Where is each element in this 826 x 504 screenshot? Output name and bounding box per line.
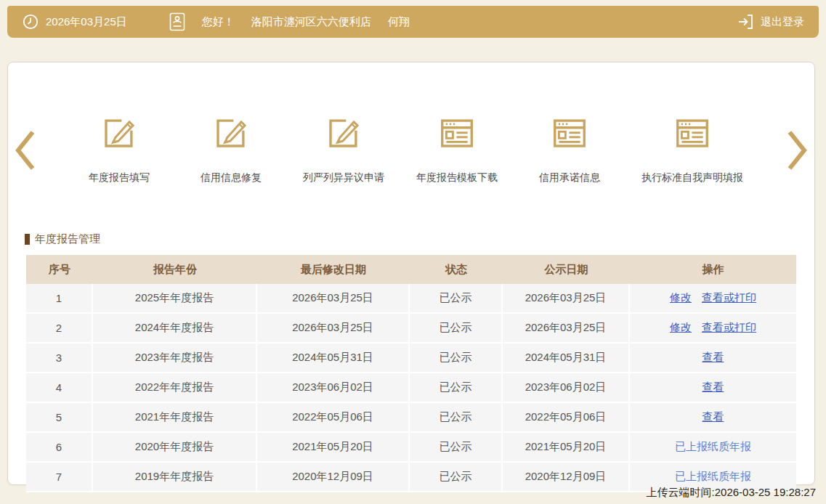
cell-modified: 2024年05月31日 [257, 344, 410, 373]
action-link[interactable]: 修改 [670, 291, 692, 304]
cell-index: 6 [26, 433, 93, 463]
cell-publish: 2021年05月20日 [503, 433, 630, 463]
column-header: 公示日期 [503, 255, 630, 284]
table-row: 3 2023年年度报告 2024年05月31日 已公示 2024年05月31日 … [26, 344, 796, 373]
cell-index: 1 [26, 284, 93, 314]
column-header: 最后修改日期 [257, 255, 410, 284]
greeting-user: 何翔 [388, 15, 410, 29]
column-header: 操作 [630, 255, 796, 284]
chevron-left-icon [12, 128, 37, 173]
cell-status: 已公示 [410, 433, 503, 463]
cell-actions: 修改查看或打印 [630, 284, 796, 314]
cell-year: 2023年年度报告 [93, 344, 257, 373]
logout-button[interactable]: 退出登录 [737, 13, 804, 31]
table-row: 4 2022年年度报告 2023年06月02日 已公示 2023年06月02日 … [26, 373, 796, 403]
cell-publish: 2024年05月31日 [503, 344, 630, 373]
cell-year: 2020年年度报告 [93, 433, 257, 463]
cell-status: 已公示 [410, 344, 503, 373]
menu-item-label: 信用信息修复 [201, 171, 262, 184]
greeting-hello: 您好！ [202, 15, 235, 29]
action-link[interactable]: 查看 [702, 381, 724, 393]
menu-item[interactable]: 信用信息修复 [191, 107, 271, 184]
table-row: 6 2020年年度报告 2021年05月20日 已公示 2021年05月20日 … [26, 433, 796, 463]
table-row: 2 2024年年度报告 2026年03月25日 已公示 2026年03月25日 … [26, 314, 796, 344]
cell-modified: 2023年06月02日 [257, 373, 410, 403]
cell-publish: 2026年03月25日 [503, 284, 630, 314]
cell-status: 已公示 [410, 284, 503, 314]
date-group: 2026年03月25日 [22, 13, 127, 31]
cell-modified: 2022年05月06日 [257, 403, 410, 433]
action-text-link[interactable]: 已上报纸质年报 [675, 470, 751, 482]
column-header: 报告年份 [93, 255, 257, 284]
menu-item-label: 年度报告模板下载 [416, 171, 498, 184]
cell-index: 4 [26, 373, 93, 403]
cell-publish: 2022年05月06日 [503, 403, 630, 433]
cell-actions: 查看 [630, 344, 796, 373]
cell-publish: 2020年12月09日 [503, 463, 630, 492]
cell-publish: 2023年06月02日 [503, 373, 630, 403]
menu-item-label: 列严列异异议申请 [303, 171, 384, 184]
section-title: 年度报告管理 [25, 232, 814, 246]
clock-icon [22, 13, 39, 31]
action-text-link[interactable]: 已上报纸质年报 [675, 440, 751, 452]
cell-year: 2022年年度报告 [93, 373, 257, 403]
cell-year: 2025年年度报告 [93, 284, 257, 314]
column-header: 状态 [410, 255, 503, 284]
section-marker [25, 234, 30, 245]
cell-modified: 2026年03月25日 [257, 314, 410, 344]
browser-icon [673, 113, 712, 153]
cell-status: 已公示 [410, 403, 503, 433]
cell-year: 2019年年度报告 [93, 463, 257, 492]
cell-actions: 查看 [630, 373, 796, 403]
cell-year: 2024年年度报告 [93, 314, 257, 344]
action-link[interactable]: 查看 [702, 351, 724, 363]
table-row: 1 2025年年度报告 2026年03月25日 已公示 2026年03月25日 … [26, 284, 796, 314]
logout-label: 退出登录 [761, 15, 804, 29]
report-table-body: 1 2025年年度报告 2026年03月25日 已公示 2026年03月25日 … [26, 284, 796, 492]
cell-actions: 已上报纸质年报 [630, 433, 796, 463]
menu-item[interactable]: 年度报告模板下载 [416, 107, 498, 184]
cell-modified: 2026年03月25日 [257, 284, 410, 314]
table-row: 5 2021年年度报告 2022年05月06日 已公示 2022年05月06日 … [26, 403, 796, 433]
cell-year: 2021年年度报告 [93, 403, 257, 433]
edit-icon [324, 113, 363, 153]
cell-index: 7 [26, 463, 93, 492]
cell-actions: 修改查看或打印 [630, 314, 796, 344]
cell-index: 2 [26, 314, 93, 344]
prev-arrow-button[interactable] [8, 128, 41, 173]
browser-icon [437, 113, 477, 153]
cell-actions: 查看 [630, 403, 796, 433]
greeting-group: 您好！ 洛阳市瀍河区六六便利店 何翔 [169, 12, 410, 31]
shortcut-carousel: 年度报告填写 信用信息修复 [8, 107, 814, 229]
menu-item-label: 年度报告填写 [89, 171, 150, 184]
chevron-right-icon [785, 128, 810, 173]
browser-icon [550, 113, 589, 153]
header-row: 序号报告年份最后修改日期状态公示日期操作 [26, 255, 796, 284]
action-link[interactable]: 查看 [702, 410, 724, 423]
menu-item[interactable]: 列严列异异议申请 [303, 107, 384, 184]
menu-item-label: 执行标准自我声明填报 [641, 171, 743, 184]
action-link[interactable]: 查看或打印 [702, 321, 756, 333]
cell-modified: 2020年12月09日 [257, 463, 410, 492]
action-link[interactable]: 查看或打印 [702, 291, 756, 304]
cell-status: 已公示 [410, 373, 503, 403]
menu-item-label: 信用承诺信息 [539, 171, 600, 184]
menu-item[interactable]: 年度报告填写 [79, 107, 159, 184]
cell-modified: 2021年05月20日 [257, 433, 410, 463]
next-arrow-button[interactable] [781, 128, 814, 173]
column-header: 序号 [26, 255, 93, 284]
report-table-head: 序号报告年份最后修改日期状态公示日期操作 [26, 255, 796, 284]
menu-items: 年度报告填写 信用信息修复 [41, 107, 781, 184]
cell-status: 已公示 [410, 463, 503, 492]
menu-item[interactable]: 信用承诺信息 [530, 107, 610, 184]
menu-item[interactable]: 执行标准自我声明填报 [641, 107, 743, 184]
cell-index: 5 [26, 403, 93, 433]
top-bar: 2026年03月25日 您好！ 洛阳市瀍河区六六便利店 何翔 退出登录 [7, 6, 819, 38]
cell-index: 3 [26, 344, 93, 373]
edit-icon [100, 113, 139, 153]
upload-time: 上传云端时间:2026-03-25 19:28:27 [647, 486, 816, 500]
id-card-icon [169, 12, 185, 31]
greeting-company: 洛阳市瀍河区六六便利店 [251, 15, 371, 29]
edit-icon [211, 113, 251, 153]
action-link[interactable]: 修改 [670, 321, 692, 333]
